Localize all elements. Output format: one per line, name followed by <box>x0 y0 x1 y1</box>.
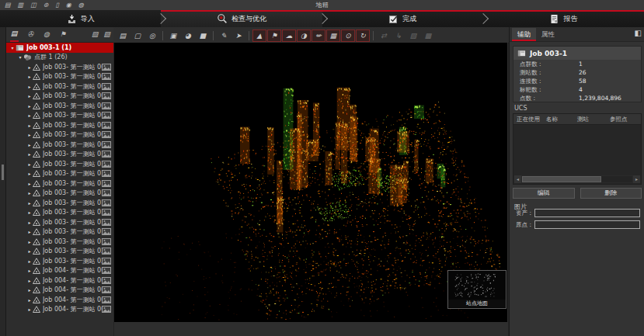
ucs-table-body[interactable] <box>513 125 641 168</box>
move-origin-icon[interactable]: ↳ <box>392 29 406 42</box>
scroll-right-icon[interactable] <box>633 175 640 183</box>
tab-assist[interactable]: 辅助 <box>512 28 536 41</box>
expander-icon[interactable] <box>26 170 33 177</box>
workflow-step-import[interactable]: 导入 <box>0 10 161 27</box>
tree-station-row[interactable]: Job 003- 第一测站 013 (4) <box>6 178 113 189</box>
thumbnail-icon[interactable] <box>102 286 111 293</box>
thumbnail-icon[interactable] <box>102 83 111 90</box>
expander-icon[interactable] <box>26 83 33 90</box>
tree-group-row[interactable]: 点群 1 (26) <box>6 53 113 63</box>
tree-station-row[interactable]: Job 003- 第一测站 001 (6) <box>6 62 113 72</box>
origin-input[interactable] <box>534 220 640 229</box>
tree-station-row[interactable]: Job 003- 第一测站 017 (3) <box>6 217 113 227</box>
thumbnail-icon[interactable] <box>102 199 111 206</box>
expander-icon[interactable] <box>26 92 33 99</box>
tree-station-row[interactable]: Job 003- 第一测站 008 (2) <box>6 130 113 140</box>
thumbnail-icon[interactable] <box>102 248 111 255</box>
tag-filter-icon[interactable]: ⚑ <box>59 28 67 41</box>
expander-icon[interactable] <box>26 248 33 255</box>
tree-station-row[interactable]: Job 003- 第一测站 007 (5) <box>6 120 113 130</box>
expander-icon[interactable] <box>9 44 16 51</box>
workflow-step-complete[interactable]: 完成 <box>322 10 483 27</box>
tree-view-icon[interactable]: ▤ <box>10 27 19 42</box>
tree-station-row[interactable]: Job 004- 第一测站 004 (7) <box>6 295 113 305</box>
thumbnail-icon[interactable] <box>102 73 111 80</box>
expander-icon[interactable] <box>26 228 33 235</box>
expander-icon[interactable] <box>26 277 33 284</box>
expander-icon[interactable] <box>26 189 33 196</box>
attachment-icon[interactable]: ✇ <box>27 28 35 41</box>
tag-label-icon[interactable]: ⚑ <box>267 29 281 42</box>
camera-icon[interactable]: ▣ <box>166 29 180 42</box>
tree-station-row[interactable]: Job 003- 第一测站 006 (4) <box>6 111 113 121</box>
expander-icon[interactable] <box>26 296 33 303</box>
ucs-scrollbar[interactable] <box>514 175 640 183</box>
workflow-step-inspect[interactable]: 检查与优化 <box>161 10 322 27</box>
expander-icon[interactable] <box>26 199 33 206</box>
sidebar-drag-handle[interactable] <box>2 165 4 180</box>
thumbnail-icon[interactable] <box>102 102 111 109</box>
expander-icon[interactable] <box>26 286 33 293</box>
tree-station-row[interactable]: Job 004- 第一测站 002 (6) <box>6 275 113 286</box>
expander-icon[interactable] <box>26 267 33 274</box>
asset-input[interactable] <box>534 209 640 217</box>
thumbnail-icon[interactable] <box>102 209 111 216</box>
globe-icon[interactable]: ◍ <box>43 28 50 41</box>
tree-station-row[interactable]: Job 004- 第一测站 001 (3) <box>6 266 113 276</box>
tree-station-row[interactable]: Job 003- 第一测站 016 (4) <box>6 208 113 218</box>
draw-line-icon[interactable]: ✏ <box>312 29 325 42</box>
image-overlay-icon[interactable]: ▦ <box>326 29 340 42</box>
thumbnail-icon[interactable] <box>102 296 111 303</box>
edit-button[interactable]: 编辑 <box>513 188 575 199</box>
panel-layout-icon[interactable]: ◧ <box>635 29 642 37</box>
thumbnail-icon[interactable] <box>102 306 111 313</box>
tree-station-row[interactable]: Job 003- 第一测站 010 (3) <box>6 150 113 160</box>
thumbnail-icon[interactable] <box>102 112 111 119</box>
tree-station-row[interactable]: Job 003- 第一测站 012 (5) <box>6 169 113 179</box>
expander-icon[interactable] <box>26 258 33 265</box>
scrollbar-track[interactable] <box>522 176 632 182</box>
thumbnail-icon[interactable] <box>102 180 111 187</box>
target-check-icon[interactable]: ▲ <box>252 29 266 42</box>
tree-root-row[interactable]: Job 003-1 (1) <box>6 43 113 53</box>
thumbnail-icon[interactable] <box>102 122 111 129</box>
delete-button[interactable]: 删除 <box>580 188 642 199</box>
thumbnail-icon[interactable] <box>102 219 111 226</box>
tree-station-row[interactable]: Job 003- 第一测站 009 (3) <box>6 140 113 150</box>
filter-b-icon[interactable]: ▨ <box>103 28 111 41</box>
expander-icon[interactable] <box>26 306 33 313</box>
thumbnail-icon[interactable] <box>102 267 111 274</box>
expander-icon[interactable] <box>26 161 33 168</box>
tree-station-row[interactable]: Job 003- 第一测站 004 (5) <box>6 92 113 102</box>
tree-station-row[interactable]: Job 004- 第一测站 005 (6) <box>6 305 113 315</box>
site-minimap[interactable]: 站点地图 <box>447 270 506 309</box>
scrollbar-thumb[interactable] <box>522 176 601 182</box>
tree-station-row[interactable]: Job 003- 第一测站 021 (3) <box>6 256 113 266</box>
expander-icon[interactable] <box>26 141 33 148</box>
panel-view-icon[interactable]: ■ <box>196 29 210 42</box>
expander-icon[interactable] <box>26 64 33 71</box>
thumbnail-icon[interactable] <box>102 258 111 265</box>
thumbnail-icon[interactable] <box>102 141 111 148</box>
rect-select-icon[interactable]: ▢ <box>131 29 144 42</box>
thumbnail-icon[interactable] <box>102 277 111 284</box>
thumbnail-icon[interactable] <box>102 161 111 168</box>
zoom-window-icon[interactable]: ◎ <box>145 29 159 42</box>
expander-icon[interactable] <box>26 219 33 226</box>
thumbnail-icon[interactable] <box>102 151 111 158</box>
tree-station-row[interactable]: Job 003- 第一测站 020 (5) <box>6 247 113 257</box>
tree-station-row[interactable]: Job 003- 第一测站 019 (2) <box>6 237 113 247</box>
tree-station-row[interactable]: Job 004- 第一测站 003 (4) <box>6 286 113 296</box>
panorama-camera-icon[interactable]: ◕ <box>181 29 195 42</box>
swap-stations-icon[interactable]: ⇄ <box>377 29 391 42</box>
walkthrough-icon[interactable]: ↻ <box>356 29 370 42</box>
expander-icon[interactable] <box>26 131 33 138</box>
expander-icon[interactable] <box>26 151 33 158</box>
tree-station-row[interactable]: Job 003- 第一测站 015 (4) <box>6 198 113 208</box>
thumbnail-icon[interactable] <box>102 131 111 138</box>
pointcloud-viewport[interactable]: 站点地图 <box>114 43 507 322</box>
tree-station-row[interactable]: Job 003- 第一测站 018 (4) <box>6 227 113 237</box>
image-options-icon[interactable]: ▩ <box>421 29 435 42</box>
expander-icon[interactable] <box>26 122 33 129</box>
copy-view-icon[interactable]: ▤ <box>116 29 130 42</box>
